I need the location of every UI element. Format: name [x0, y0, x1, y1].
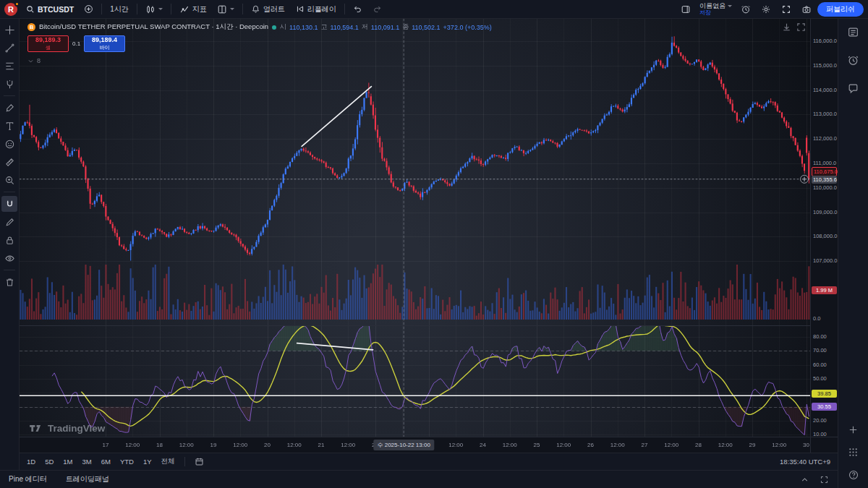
help-icon[interactable]	[848, 469, 859, 481]
lock-all-tool[interactable]	[1, 232, 17, 248]
price-tick: 110,000.0	[813, 184, 837, 192]
measure-tool[interactable]	[1, 154, 17, 170]
pane-collapse-icon[interactable]	[781, 22, 792, 33]
crosshair-tool[interactable]	[1, 22, 17, 38]
brush-tool[interactable]	[1, 100, 17, 116]
zoom-tool[interactable]	[1, 172, 17, 188]
alert-button[interactable]: 얼러트	[247, 2, 289, 17]
chart-canvas[interactable]	[20, 19, 810, 437]
replay-button[interactable]: 리플레이	[291, 2, 341, 17]
symbol-search-button[interactable]: BTCUSDT	[22, 2, 78, 17]
low-value: 110,091.1	[371, 24, 399, 31]
toolbar-separator	[344, 4, 345, 14]
range-1y[interactable]: 1Y	[143, 458, 152, 466]
status-bar-icons	[800, 475, 829, 484]
pitchfork-tool[interactable]	[1, 76, 17, 92]
panel-toggle-button[interactable]	[676, 2, 695, 17]
oscillator-tick: 70.00	[813, 347, 827, 354]
publish-label: 퍼블리쉬	[826, 4, 855, 14]
indicators-button[interactable]: 지표	[175, 2, 211, 17]
pane-maximize-icon[interactable]	[796, 22, 807, 33]
bitcoin-icon: B	[27, 23, 35, 31]
time-tick: 12:00	[125, 442, 140, 448]
range-3m[interactable]: 3M	[82, 458, 92, 466]
time-tick: 27	[642, 442, 648, 448]
clock-utc-button[interactable]: 18:35:40 UTC+9	[780, 458, 830, 466]
text-tool[interactable]	[1, 118, 17, 134]
redo-button[interactable]	[368, 2, 386, 17]
chevron-down-icon	[158, 8, 163, 10]
watchlist-icon[interactable]	[847, 26, 859, 38]
notification-dot	[14, 1, 20, 7]
trend-line-tool[interactable]	[1, 40, 17, 56]
buy-label: 바이	[100, 44, 110, 51]
app-logo[interactable]: R	[4, 3, 17, 16]
buy-price: 89,189.4	[92, 37, 117, 43]
range-6m[interactable]: 6M	[101, 458, 111, 466]
indicator-icon	[179, 4, 190, 14]
fib-retracement-tool[interactable]	[1, 58, 17, 74]
range-all[interactable]: 전체	[161, 457, 175, 466]
volume-zero-tick: 0.0	[813, 315, 820, 322]
ohlc-values: 시110,130.1 고110,594.1 저110,091.1 종110,50…	[280, 22, 492, 32]
status-bar: Pine 에디터 트레이딩패널	[0, 470, 838, 488]
apps-grid-icon[interactable]	[848, 447, 859, 458]
save-link[interactable]: 저장	[699, 9, 711, 16]
chart-type-button[interactable]	[141, 2, 167, 17]
maximize-icon[interactable]	[820, 475, 829, 484]
layout-save-block[interactable]: 이름없음 저장	[699, 3, 732, 16]
alert-clock-button[interactable]	[736, 2, 755, 17]
time-tick: 12:00	[287, 442, 302, 448]
range-1d[interactable]: 1D	[27, 458, 35, 466]
logo-letter: R	[8, 5, 14, 14]
redo-icon	[373, 4, 382, 14]
tab-trading-panel[interactable]: 트레이딩패널	[66, 474, 109, 484]
interval-button[interactable]: 1시간	[106, 2, 133, 17]
layout-button[interactable]	[213, 2, 239, 17]
alerts-icon[interactable]	[847, 54, 859, 67]
sell-button[interactable]: 89,189.3 셀	[27, 35, 69, 52]
time-tick: 12:00	[610, 442, 625, 448]
plus-circle-icon	[84, 4, 93, 14]
buy-button[interactable]: 89,189.4 바이	[84, 35, 125, 52]
tab-pine-editor[interactable]: Pine 에디터	[9, 474, 47, 484]
time-tick: 12:00	[448, 442, 463, 448]
open-label: 시	[280, 22, 286, 32]
range-5d[interactable]: 5D	[45, 458, 54, 466]
magnet-tool[interactable]	[1, 196, 17, 212]
plus-icon[interactable]	[848, 424, 859, 435]
chevron-up-icon[interactable]	[800, 475, 809, 484]
indicators-collapsed-toggle[interactable]: 8	[27, 57, 492, 64]
oscillator-tick: 80.00	[813, 333, 827, 341]
chat-icon[interactable]	[847, 82, 859, 95]
price-scale[interactable]: 116,000.0115,000.0114,000.0113,000.0112,…	[810, 19, 838, 437]
range-bar: 1D 5D 1M 3M 6M YTD 1Y 전체 18:35:40 UTC+9	[20, 453, 838, 470]
gear-icon	[761, 4, 771, 14]
range-ytd[interactable]: YTD	[120, 458, 134, 466]
calendar-icon[interactable]	[195, 457, 204, 466]
time-tick: 18	[156, 442, 163, 448]
legend-title-row[interactable]: B Bitcoin/USD TETHER PERPETUAL SWAP CONT…	[27, 22, 492, 32]
undo-button[interactable]	[349, 2, 367, 17]
hide-all-tool[interactable]	[1, 250, 17, 266]
crosshair-time-badge: 수 2025-10-22 13:00	[373, 440, 433, 450]
snapshot-button[interactable]	[797, 2, 816, 17]
search-icon	[26, 5, 35, 14]
time-scale[interactable]: 수 2025-10-22 13:00 1712:001812:001912:00…	[20, 437, 810, 453]
candles-icon	[145, 4, 156, 14]
price-tick: 115,000.0	[813, 62, 837, 69]
publish-button[interactable]: 퍼블리쉬	[817, 2, 864, 17]
remove-all-tool[interactable]	[1, 274, 17, 290]
edit-tool[interactable]	[1, 214, 17, 230]
toolbar-separator	[4, 192, 15, 192]
compare-add-button[interactable]	[80, 2, 98, 17]
oscillator-tick: 50.00	[813, 375, 827, 382]
oscillator-purple-badge: 30.55	[812, 403, 837, 411]
time-tick: 12:00	[718, 442, 733, 448]
panel-toggle-icon	[681, 4, 691, 14]
range-1m[interactable]: 1M	[63, 458, 72, 466]
right-sidebar	[838, 19, 868, 488]
fullscreen-button[interactable]	[777, 2, 796, 17]
emoji-tool[interactable]	[1, 136, 17, 152]
settings-button[interactable]	[757, 2, 775, 17]
